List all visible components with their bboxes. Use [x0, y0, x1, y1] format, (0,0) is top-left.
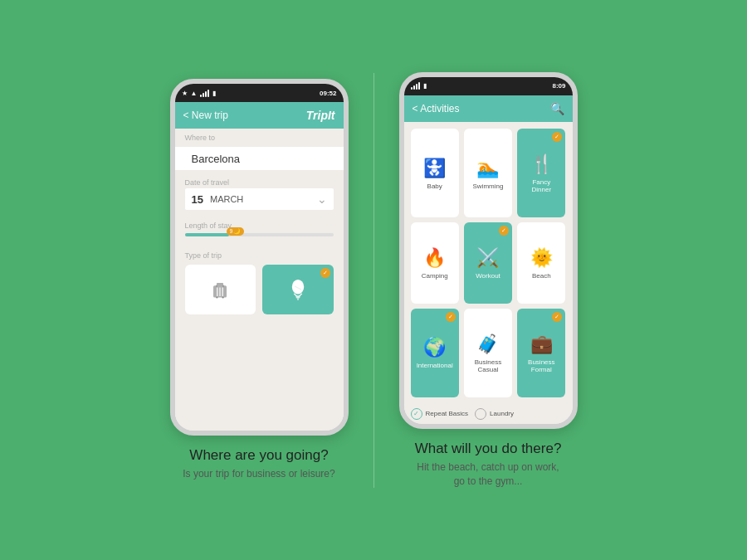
activity-bottom: ✓ Repeat Basics Laundry — [404, 404, 573, 424]
fancy-dinner-check: ✓ — [552, 132, 562, 142]
battery-icon-2: ▮ — [423, 82, 427, 90]
trip-card-luggage[interactable] — [185, 265, 256, 314]
destination-field[interactable]: Barcelona — [175, 147, 344, 170]
caption-subtext-2: Hit the beach, catch up on work,go to th… — [415, 460, 562, 489]
time-display-2: 8:09 — [552, 82, 565, 90]
form-area: Where to Barcelona Date of travel 15 MAR… — [175, 129, 344, 431]
svg-point-9 — [292, 280, 304, 295]
business-formal-label: BusinessFormal — [528, 358, 554, 374]
activity-fancy-dinner[interactable]: ✓ 🍴 FancyDinner — [517, 129, 565, 217]
type-label: Type of trip — [185, 251, 334, 260]
app-logo: TripIt — [306, 109, 335, 122]
camping-label: Camping — [422, 272, 448, 280]
baby-label: Baby — [427, 183, 442, 191]
repeat-basics-item[interactable]: ✓ Repeat Basics — [411, 408, 469, 420]
activities-grid: 🚼 Baby 🏊 Swimming ✓ 🍴 FancyDinner 🔥 Camp… — [404, 122, 573, 404]
wifi-icon: ▲ — [191, 90, 198, 97]
fancy-dinner-label: FancyDinner — [532, 178, 552, 194]
slider-fill — [185, 233, 230, 236]
status-bar-2: ▮ 8:09 — [404, 77, 573, 95]
international-label: International — [417, 362, 453, 370]
activity-international[interactable]: ✓ 🌍 International — [411, 309, 459, 397]
caption-subtext-1: Is your trip for business or leisure? — [183, 467, 334, 481]
svg-rect-1 — [217, 283, 223, 286]
signal-icon — [200, 90, 209, 97]
status-icons-2: ▮ — [411, 82, 427, 90]
travel-month: MARCH — [210, 194, 310, 204]
status-icons: ★ ▲ ▮ — [182, 90, 217, 97]
app-header-2: < Activities 🔍 — [404, 95, 573, 122]
where-label: Where to — [185, 134, 334, 142]
fancy-dinner-icon: 🍴 — [530, 153, 553, 175]
selected-badge: ✓ — [320, 268, 330, 278]
camping-icon: 🔥 — [423, 247, 446, 269]
laundry-item[interactable]: Laundry — [475, 408, 514, 420]
trip-type-section: Type of trip — [175, 246, 344, 431]
destination-value: Barcelona — [185, 148, 247, 170]
where-section: Where to — [175, 129, 344, 147]
date-chevron-icon[interactable]: ⌄ — [317, 192, 327, 206]
stay-section: Length of stay 9🌙 — [175, 217, 344, 243]
activity-swimming[interactable]: 🏊 Swimming — [464, 129, 512, 217]
signal-icon-2 — [411, 82, 420, 90]
beach-icon: 🌞 — [530, 247, 553, 269]
workout-label: Workout — [476, 272, 500, 280]
workout-icon: ⚔️ — [476, 247, 499, 269]
date-picker[interactable]: 15 MARCH ⌄ — [185, 188, 334, 210]
luggage-icon — [207, 276, 233, 303]
phone2-wrapper: ▮ 8:09 < Activities 🔍 🚼 Baby 🏊 Swimming … — [399, 72, 578, 489]
stay-label: Length of stay — [185, 222, 334, 230]
battery-icon: ▮ — [212, 90, 216, 97]
laundry-label: Laundry — [490, 410, 514, 417]
phone1: ★ ▲ ▮ 09:52 < New trip TripIt Where to B… — [170, 79, 349, 436]
trip-card-balloon[interactable]: ✓ — [262, 265, 334, 314]
date-label: Date of travel — [185, 178, 334, 187]
business-casual-icon: 🧳 — [476, 334, 499, 355]
svg-rect-12 — [295, 295, 300, 298]
back-button-1[interactable]: < New trip — [183, 110, 228, 121]
time-display: 09:52 — [320, 90, 336, 97]
search-icon[interactable]: 🔍 — [550, 102, 564, 115]
activity-business-formal[interactable]: ✓ 💼 BusinessFormal — [517, 309, 565, 397]
repeat-basics-label: Repeat Basics — [426, 410, 469, 417]
beach-label: Beach — [532, 272, 551, 280]
business-formal-check: ✓ — [552, 312, 562, 322]
activity-workout[interactable]: ✓ ⚔️ Workout — [464, 222, 512, 304]
svg-rect-3 — [222, 285, 224, 287]
svg-rect-8 — [222, 297, 224, 299]
caption-2: What will you do there? Hit the beach, c… — [415, 441, 562, 489]
divider — [374, 73, 374, 488]
app-header-1: < New trip TripIt — [175, 102, 344, 129]
trip-type-cards: ✓ — [185, 265, 334, 314]
activity-business-casual[interactable]: 🧳 BusinessCasual — [464, 309, 512, 397]
activity-baby[interactable]: 🚼 Baby — [411, 129, 459, 217]
bluetooth-icon: ★ — [182, 90, 188, 97]
international-icon: 🌍 — [423, 337, 446, 358]
balloon-icon — [285, 276, 311, 303]
slider-thumb: 9🌙 — [227, 227, 244, 236]
activity-beach[interactable]: 🌞 Beach — [517, 222, 565, 304]
activity-camping[interactable]: 🔥 Camping — [411, 222, 459, 304]
business-formal-icon: 💼 — [530, 334, 553, 355]
date-section: Date of travel 15 MARCH ⌄ — [175, 173, 344, 213]
svg-rect-7 — [216, 297, 217, 299]
swimming-label: Swimming — [473, 183, 504, 191]
swimming-icon: 🏊 — [476, 158, 499, 179]
international-check: ✓ — [446, 312, 456, 322]
baby-icon: 🚼 — [423, 158, 446, 179]
back-button-2[interactable]: < Activities — [413, 103, 460, 114]
travel-day: 15 — [192, 193, 203, 206]
stay-slider[interactable]: 9🌙 — [185, 233, 334, 236]
svg-rect-2 — [216, 285, 217, 287]
repeat-basics-checkbox[interactable]: ✓ — [411, 408, 422, 420]
workout-check: ✓ — [499, 226, 509, 236]
laundry-checkbox[interactable] — [475, 408, 486, 420]
caption-heading-2: What will you do there? — [415, 441, 562, 457]
phone2: ▮ 8:09 < Activities 🔍 🚼 Baby 🏊 Swimming … — [399, 72, 578, 429]
caption-heading-1: Where are you going? — [183, 447, 334, 464]
status-bar-1: ★ ▲ ▮ 09:52 — [175, 84, 344, 102]
phone1-wrapper: ★ ▲ ▮ 09:52 < New trip TripIt Where to B… — [170, 79, 349, 481]
business-casual-label: BusinessCasual — [475, 358, 501, 374]
caption-1: Where are you going? Is your trip for bu… — [183, 447, 334, 481]
